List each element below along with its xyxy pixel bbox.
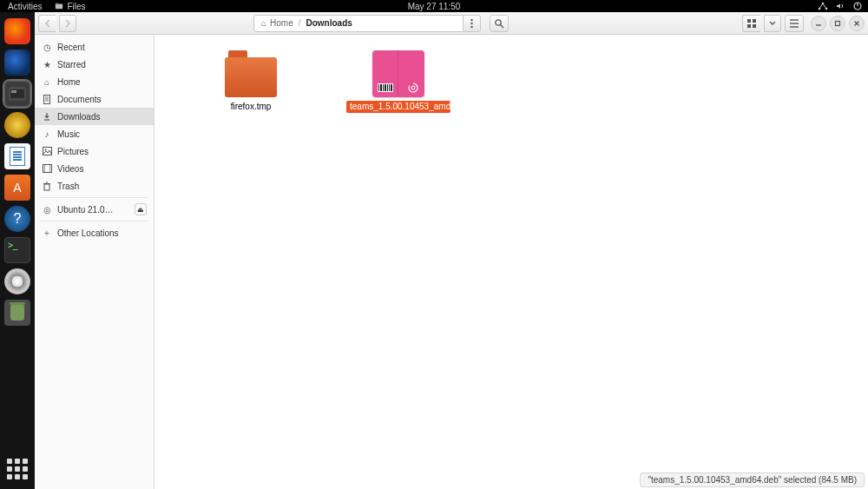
dock-thunderbird[interactable] [4, 50, 30, 76]
path-menu-button[interactable] [464, 15, 481, 32]
svg-rect-1 [56, 3, 58, 5]
svg-line-14 [501, 25, 503, 28]
window-body: ◷Recent ★Starred ⌂Home Documents Downloa… [35, 35, 868, 489]
activities-button[interactable]: Activities [0, 2, 49, 11]
dock-software[interactable]: A [4, 175, 30, 201]
close-button[interactable] [849, 16, 865, 31]
sidebar-documents[interactable]: Documents [35, 90, 154, 108]
sidebar-videos[interactable]: Videos [35, 160, 154, 177]
sidebar-label: Other Locations [57, 228, 119, 238]
breadcrumb-separator: / [299, 18, 301, 28]
dock-libreoffice-writer[interactable] [4, 143, 30, 169]
view-icon-button[interactable] [742, 15, 760, 32]
places-sidebar: ◷Recent ★Starred ⌂Home Documents Downloa… [35, 35, 155, 489]
svg-point-13 [495, 19, 500, 24]
app-menu[interactable]: Files [49, 2, 90, 11]
sidebar-separator [40, 197, 148, 198]
minimize-button[interactable] [811, 16, 826, 31]
dock-disc[interactable] [4, 268, 30, 294]
network-icon [818, 1, 828, 11]
plus-icon: + [42, 228, 52, 238]
sidebar-label: Home [57, 77, 81, 87]
search-button[interactable] [490, 15, 509, 32]
sidebar-trash[interactable]: Trash [35, 177, 154, 195]
sidebar-disk[interactable]: ◎Ubuntu 21.0…⏏ [35, 201, 154, 218]
disc-icon: ◎ [42, 205, 52, 215]
files-app-icon [55, 2, 63, 10]
app-menu-label: Files [67, 2, 85, 11]
nav-back-button[interactable] [38, 15, 56, 32]
sidebar-starred[interactable]: ★Starred [35, 56, 154, 73]
breadcrumb-current[interactable]: Downloads [306, 18, 352, 28]
dock-help[interactable]: ? [4, 206, 30, 232]
file-label: teams_1.5.00.10453_amd64.deb [346, 101, 450, 113]
hamburger-menu-button[interactable] [785, 15, 804, 32]
window-controls [811, 16, 865, 31]
trash-icon [42, 182, 52, 191]
gnome-top-bar: Activities Files May 27 11:50 [0, 0, 868, 12]
power-icon [852, 1, 863, 11]
show-applications[interactable] [4, 456, 30, 482]
sidebar-label: Ubuntu 21.0… [57, 205, 114, 215]
svg-rect-15 [747, 19, 751, 23]
pathbar: ⌂ Home / Downloads [253, 15, 481, 32]
sidebar-home[interactable]: ⌂Home [35, 73, 154, 90]
deb-package-icon [372, 50, 424, 97]
dock-files[interactable] [4, 81, 30, 107]
svg-rect-36 [44, 184, 49, 190]
breadcrumb: ⌂ Home / Downloads [253, 15, 464, 32]
svg-rect-9 [11, 90, 16, 93]
sidebar-label: Documents [57, 95, 102, 104]
svg-rect-18 [753, 24, 756, 28]
nav-forward-button[interactable] [59, 15, 76, 32]
svg-point-39 [411, 86, 415, 89]
sidebar-recent[interactable]: ◷Recent [35, 38, 154, 56]
files-window: ⌂ Home / Downloads [35, 12, 868, 489]
home-icon: ⌂ [42, 77, 52, 87]
svg-rect-16 [753, 19, 756, 23]
eject-button[interactable]: ⏏ [135, 203, 147, 215]
home-icon: ⌂ [261, 18, 266, 28]
sidebar-label: Trash [57, 182, 79, 191]
sidebar-label: Videos [57, 164, 83, 174]
svg-point-12 [470, 25, 472, 27]
svg-rect-17 [747, 24, 751, 28]
sidebar-label: Downloads [57, 112, 100, 122]
breadcrumb-home[interactable]: ⌂ Home [261, 18, 293, 28]
folder-item[interactable]: firefox.tmp [203, 50, 299, 113]
maximize-button[interactable] [830, 16, 845, 31]
svg-point-32 [44, 149, 46, 151]
sidebar-label: Starred [57, 60, 86, 69]
ubuntu-dock: A ? >_ [0, 12, 35, 489]
music-icon: ♪ [42, 129, 52, 139]
pictures-icon [42, 147, 52, 155]
file-view[interactable]: firefox.tmp teams_1.5.00.10453_amd64.deb… [155, 35, 868, 489]
dock-trash[interactable] [4, 300, 30, 326]
sidebar-separator [40, 221, 148, 221]
volume-icon [835, 1, 845, 11]
breadcrumb-home-label: Home [270, 18, 293, 28]
svg-rect-26 [44, 95, 50, 103]
clock[interactable]: May 27 11:50 [408, 2, 461, 11]
dock-firefox[interactable] [4, 18, 30, 44]
sidebar-label: Music [57, 129, 80, 139]
svg-rect-33 [43, 165, 51, 173]
sidebar-music[interactable]: ♪Music [35, 125, 154, 142]
headerbar: ⌂ Home / Downloads [35, 12, 868, 35]
sidebar-other-locations[interactable]: +Other Locations [35, 224, 154, 241]
videos-icon [42, 164, 52, 173]
downloads-icon [42, 112, 52, 122]
deb-file-item[interactable]: teams_1.5.00.10453_amd64.deb [351, 50, 446, 113]
sidebar-downloads[interactable]: Downloads [35, 108, 154, 125]
file-label: firefox.tmp [227, 101, 275, 113]
sidebar-pictures[interactable]: Pictures [35, 142, 154, 160]
svg-rect-23 [836, 21, 840, 25]
dock-terminal[interactable]: >_ [4, 237, 30, 263]
status-bar: "teams_1.5.00.10453_amd64.deb" selected … [640, 472, 865, 487]
system-status-area[interactable] [818, 1, 863, 11]
svg-point-10 [470, 18, 472, 20]
sidebar-label: Recent [57, 43, 85, 52]
view-dropdown-button[interactable] [764, 15, 781, 32]
clock-icon: ◷ [42, 43, 52, 52]
dock-rhythmbox[interactable] [4, 112, 30, 138]
